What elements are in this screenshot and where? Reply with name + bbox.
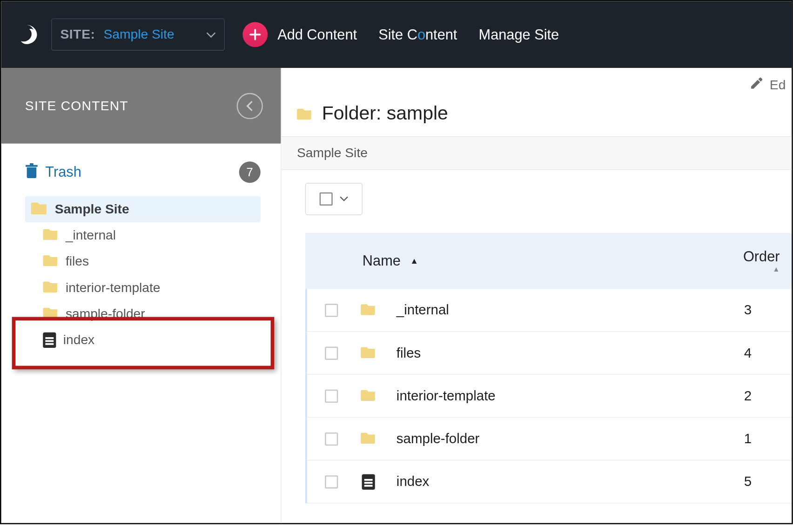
row-checkbox[interactable] [325,389,338,402]
folder-icon [361,387,376,404]
folder-icon [43,227,58,244]
row-order: 2 [744,388,780,404]
tree-item[interactable]: sample-folder [25,301,261,327]
folder-icon [361,431,376,447]
add-content-label: Add Content [277,26,357,43]
row-order: 4 [744,345,780,361]
tree-item-label: _internal [66,227,116,243]
tree-root-label: Sample Site [55,201,129,217]
folder-icon [297,102,312,124]
pencil-icon [749,76,764,94]
tree-item[interactable]: index [25,327,261,353]
row-order: 1 [744,431,780,447]
row-name: index [396,473,726,490]
table-row[interactable]: index5 [307,460,792,503]
folder-icon [361,302,376,319]
folder-title: Folder: sample [282,102,792,136]
row-name: interior-template [396,388,726,404]
folder-icon [43,306,58,322]
row-checkbox[interactable] [325,346,338,359]
checkbox-icon [320,193,333,206]
breadcrumb[interactable]: Sample Site [282,136,792,170]
sidebar-title: SITE CONTENT [25,98,128,113]
row-checkbox[interactable] [325,432,338,445]
row-order: 3 [744,302,780,318]
column-header-order[interactable]: Order ▲ [743,248,780,273]
table-row[interactable]: sample-folder1 [307,418,792,460]
page-icon [362,474,375,489]
tree-item[interactable]: _internal [25,222,261,248]
sort-asc-icon: ▲ [410,256,418,266]
add-content-button[interactable]: Add Content [243,22,357,47]
topbar: SITE: Sample Site Add Content Site Conte… [1,1,792,68]
file-list: _internal3files4interior-template2sample… [305,289,792,503]
column-header-name[interactable]: Name ▲ [363,253,418,269]
page-icon [43,332,56,348]
tree-item-label: index [63,332,94,348]
edit-label: Ed [770,78,786,93]
select-all-dropdown[interactable] [305,183,363,215]
row-checkbox[interactable] [325,475,338,488]
chevron-down-icon [340,196,348,202]
tree-item-label: interior-template [66,280,161,295]
main-panel: Ed Folder: sample Sample Site [282,68,792,523]
table-header: Name ▲ Order ▲ [305,233,792,289]
collapse-sidebar-button[interactable] [237,93,263,119]
table-row[interactable]: files4 [307,332,792,375]
table-row[interactable]: _internal3 [307,289,792,332]
row-name: files [396,345,726,361]
row-order: 5 [744,473,780,490]
nav-manage-site[interactable]: Manage Site [479,26,559,43]
folder-icon [43,279,58,296]
trash-label: Trash [45,164,81,180]
sidebar-header: SITE CONTENT [1,68,281,144]
tree-item-label: sample-folder [66,306,145,321]
tree-item-label: files [66,254,89,269]
trash-count-badge: 7 [239,161,261,183]
tree-root[interactable]: Sample Site [25,196,261,222]
trash-row[interactable]: Trash 7 [25,161,261,183]
trash-icon [25,163,38,182]
folder-tree: Sample Site _internalfilesinterior-templ… [25,196,261,353]
site-picker-label: SITE: [60,27,95,42]
folder-icon [43,253,58,270]
site-picker[interactable]: SITE: Sample Site [51,19,225,51]
chevron-down-icon [207,28,216,41]
row-name: sample-folder [396,431,726,447]
site-picker-value: Sample Site [104,27,175,42]
tree-item[interactable]: interior-template [25,275,261,301]
row-checkbox[interactable] [325,304,338,317]
folder-icon [31,200,48,218]
table-row[interactable]: interior-template2 [307,375,792,418]
plus-icon [243,22,268,47]
nav-site-content[interactable]: Site Content [378,26,457,43]
app-logo[interactable] [14,22,40,47]
sort-asc-icon: ▲ [743,265,780,273]
row-name: _internal [396,302,726,318]
folder-icon [361,345,376,361]
sidebar: SITE CONTENT Trash 7 [1,68,282,523]
tree-item[interactable]: files [25,248,261,274]
edit-button[interactable]: Ed [749,76,786,94]
